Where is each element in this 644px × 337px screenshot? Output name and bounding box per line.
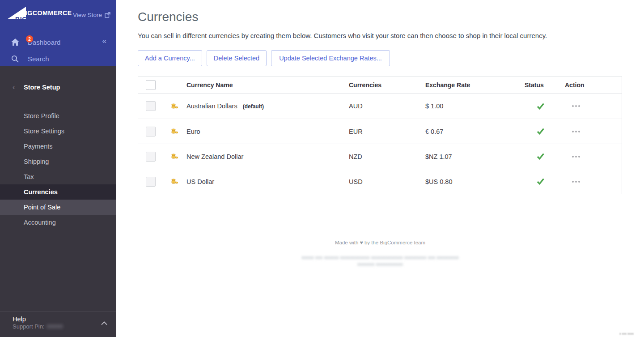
table-row: US DollarUSD$US 0.80 [138,169,622,194]
collapse-sidebar-icon[interactable]: « [102,37,106,46]
row-checkbox[interactable] [146,152,156,162]
exchange-rate: $NZ 1.07 [425,153,525,160]
sidebar-item-store-settings[interactable]: Store Settings [0,124,116,139]
sidebar-item-accounting[interactable]: Accounting [0,215,116,230]
sidebar-item-currencies[interactable]: Currencies [0,184,116,200]
header-action: Action [565,81,622,89]
status-enabled-check-icon [537,153,565,160]
logo-text: BIGCOMMERCE [21,9,72,17]
coins-icon [171,127,186,136]
coins-icon [171,152,186,161]
header-exchange-rate: Exchange Rate [425,81,525,89]
table-row: EuroEUR€ 0.67 [138,119,622,144]
row-actions-menu-icon[interactable] [570,128,622,135]
help-panel[interactable]: Help Support Pin: 00000 [0,311,116,337]
view-store-label: View Store [73,12,102,18]
toolbar: Add a Currency... Delete Selected Update… [138,50,390,66]
search-label: Search [28,55,49,63]
row-checkbox[interactable] [146,101,156,111]
table-row: New Zealand DollarNZD$NZ 1.07 [138,144,622,169]
table-header-row: Currency Name Currencies Exchange Rate S… [138,77,622,94]
sidebar-item-point-of-sale[interactable]: Point of Sale [0,200,116,215]
dashboard-badge: 2 [26,35,33,43]
status-enabled-check-icon [537,103,565,110]
back-chevron-icon[interactable]: ‹ [13,83,24,91]
view-store-link[interactable]: View Store [73,12,110,18]
sidebar-item-store-profile[interactable]: Store Profile [0,108,116,124]
update-exchange-rates-button[interactable]: Update Selected Exchange Rates... [271,50,390,66]
currency-name: Australian Dollars [186,102,237,110]
table-row: Australian Dollars(default)AUD$ 1.00 [138,94,622,119]
default-tag: (default) [243,103,264,110]
row-checkbox[interactable] [146,127,156,137]
row-actions-menu-icon[interactable] [570,178,622,185]
select-all-checkbox[interactable] [146,80,156,90]
support-pin-label: Support Pin: [13,323,45,330]
page-description: You can sell in different currencies by … [138,32,547,39]
header-currencies: Currencies [349,81,425,89]
sidebar-header: BIGCOMMERCE BIG View Store 2 Dashboard « [0,0,116,66]
sidebar-item-shipping[interactable]: Shipping [0,154,116,169]
currency-name: New Zealand Dollar [186,153,243,160]
logo-big-knockout: BIG [15,16,27,23]
delete-selected-button[interactable]: Delete Selected [207,50,267,66]
bigcommerce-logo[interactable]: BIGCOMMERCE BIG [6,6,72,20]
corner-watermark-blurred: x xxx xxxx [619,332,634,335]
heart-icon: ♥ [360,239,363,246]
help-title: Help [13,316,26,323]
currency-name: US Dollar [186,178,214,185]
main-content: Currencies You can sell in different cur… [116,0,644,337]
header-status: Status [525,81,565,89]
chevron-up-icon[interactable] [101,319,107,327]
coins-icon [171,102,186,111]
row-actions-menu-icon[interactable] [570,102,622,110]
page-title: Currencies [138,10,198,24]
store-setup-menu: Store ProfileStore SettingsPaymentsShipp… [0,108,116,230]
status-enabled-check-icon [537,128,565,135]
row-actions-menu-icon[interactable] [570,153,622,160]
support-pin-value-blurred: 00000 [47,323,63,330]
sidebar-item-tax[interactable]: Tax [0,169,116,184]
build-info-blurred-1: xxxxx xxx xxxxxx xxxxxxxxxxxx xxxxxxxxxx… [116,255,644,260]
store-setup-header[interactable]: ‹ Store Setup [0,81,116,94]
sidebar-item-search[interactable]: Search [0,52,116,65]
made-with-footer: Made with ♥ by the BigCommerce team [116,239,644,246]
currency-name: Euro [186,128,200,135]
currency-code: USD [349,178,425,185]
currencies-table: Currency Name Currencies Exchange Rate S… [138,76,622,194]
home-icon: 2 [11,38,19,46]
exchange-rate: $US 0.80 [425,178,525,185]
status-enabled-check-icon [537,178,565,185]
currency-code: AUD [349,102,425,110]
currency-code: NZD [349,153,425,160]
build-info-blurred-2: xxxxxxx xxxxxxxxxxx [116,261,644,267]
search-icon [11,55,19,63]
coins-icon [171,177,186,186]
row-checkbox[interactable] [146,177,156,187]
section-title: Store Setup [24,84,60,91]
sidebar: BIGCOMMERCE BIG View Store 2 Dashboard « [0,0,116,337]
exchange-rate: € 0.67 [425,128,525,135]
exchange-rate: $ 1.00 [425,102,525,110]
add-currency-button[interactable]: Add a Currency... [138,50,202,66]
support-pin: Support Pin: 00000 [13,323,63,330]
sidebar-item-payments[interactable]: Payments [0,139,116,154]
sidebar-item-dashboard[interactable]: 2 Dashboard « [0,35,116,49]
external-link-icon [105,12,110,18]
header-currency-name: Currency Name [186,81,349,89]
currency-code: EUR [349,128,425,135]
